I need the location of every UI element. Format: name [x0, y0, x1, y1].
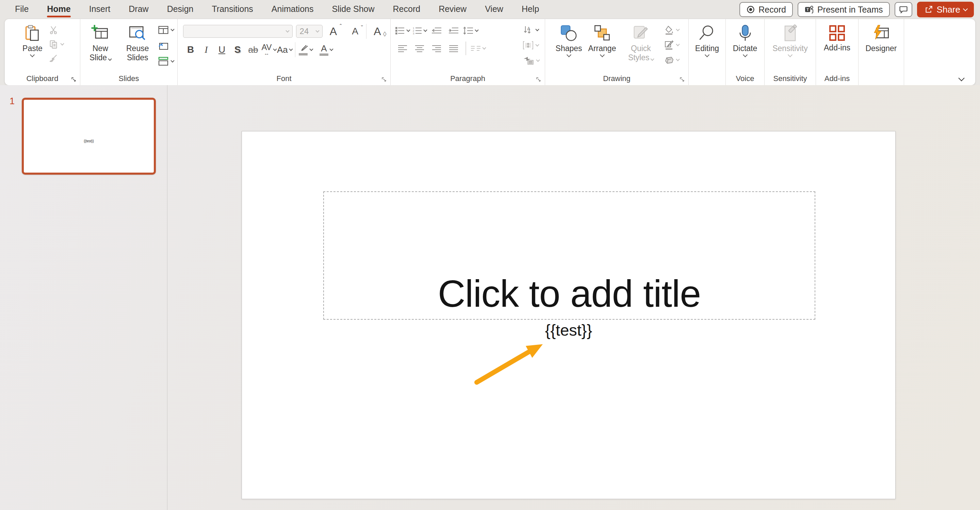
- shape-fill-chevron[interactable]: [676, 27, 680, 31]
- slide-layout-button[interactable]: [157, 24, 175, 36]
- editing-button[interactable]: Editing: [692, 23, 722, 73]
- smartart-chevron[interactable]: [536, 58, 540, 62]
- new-slide-chevron[interactable]: [108, 57, 111, 61]
- quick-styles-button[interactable]: Quick Styles: [619, 23, 662, 73]
- editing-chevron[interactable]: [705, 53, 710, 57]
- slide-thumbnail-1[interactable]: {{test}}: [22, 98, 156, 175]
- shape-outline-button[interactable]: [663, 39, 681, 51]
- font-name-combobox[interactable]: [183, 25, 293, 38]
- align-left-button[interactable]: [395, 41, 410, 55]
- align-text-button[interactable]: [522, 39, 541, 51]
- convert-to-smartart-button[interactable]: [522, 54, 541, 67]
- character-spacing-button[interactable]: AV ↔: [261, 43, 276, 57]
- columns-button[interactable]: [470, 41, 486, 55]
- shape-effects-button[interactable]: [663, 54, 681, 66]
- menu-help[interactable]: Help: [521, 3, 540, 17]
- menu-insert[interactable]: Insert: [89, 3, 111, 17]
- sensitivity-button[interactable]: Sensitivity: [770, 23, 811, 73]
- numbering-button[interactable]: 1 2 3: [412, 24, 427, 37]
- title-placeholder[interactable]: Click to add title: [323, 191, 815, 320]
- menu-animations[interactable]: Animations: [271, 3, 314, 17]
- line-spacing-chevron[interactable]: [475, 28, 479, 32]
- menu-slide-show[interactable]: Slide Show: [331, 3, 375, 17]
- copy-button[interactable]: [47, 38, 65, 50]
- arrange-chevron[interactable]: [600, 53, 605, 57]
- align-center-button[interactable]: [412, 41, 427, 55]
- change-case-chevron[interactable]: [289, 47, 293, 51]
- menu-file[interactable]: File: [14, 3, 29, 17]
- clear-formatting-button[interactable]: A ◊: [370, 24, 385, 38]
- format-painter-button[interactable]: [47, 53, 65, 65]
- present-in-teams-button[interactable]: T Present in Teams: [798, 2, 890, 17]
- paste-button[interactable]: Paste: [20, 23, 45, 73]
- addins-button[interactable]: Add-ins: [821, 23, 853, 73]
- shapes-chevron[interactable]: [566, 53, 571, 57]
- numbering-chevron[interactable]: [423, 28, 427, 32]
- italic-button[interactable]: I: [199, 43, 214, 57]
- designer-button[interactable]: Designer: [862, 23, 899, 73]
- shapes-button[interactable]: Shapes: [553, 23, 585, 73]
- font-dialog-launcher[interactable]: [382, 77, 387, 82]
- shrink-font-button[interactable]: A ˇ: [348, 24, 363, 38]
- cut-button[interactable]: [47, 24, 65, 36]
- menu-record[interactable]: Record: [392, 3, 421, 17]
- menu-design[interactable]: Design: [166, 3, 194, 17]
- collapse-ribbon-button[interactable]: [959, 76, 964, 82]
- reset-slide-button[interactable]: [157, 40, 175, 52]
- font-color-chevron[interactable]: [329, 47, 333, 51]
- bullets-button[interactable]: [395, 24, 410, 37]
- new-slide-button[interactable]: New Slide: [82, 23, 118, 73]
- menu-home[interactable]: Home: [46, 3, 71, 17]
- font-name-chevron: [285, 29, 289, 32]
- character-spacing-chevron[interactable]: [273, 47, 277, 51]
- slides-group: New Slide Reuse Slides: [80, 19, 178, 85]
- menu-review[interactable]: Review: [438, 3, 467, 17]
- sensitivity-icon: [782, 24, 798, 42]
- drawing-dialog-launcher[interactable]: [679, 77, 685, 82]
- reuse-slides-button[interactable]: Reuse Slides: [120, 23, 156, 73]
- line-spacing-button[interactable]: [463, 24, 479, 37]
- strikethrough-button[interactable]: ab: [246, 43, 261, 57]
- font-size-combobox[interactable]: 24: [296, 25, 323, 38]
- text-direction-button[interactable]: A: [522, 24, 541, 36]
- text-highlight-button[interactable]: [298, 43, 313, 57]
- bullets-chevron[interactable]: [406, 28, 410, 32]
- menu-transitions[interactable]: Transitions: [211, 3, 253, 17]
- record-button[interactable]: Record: [740, 2, 793, 17]
- dictate-chevron[interactable]: [743, 53, 747, 57]
- slide-1-canvas[interactable]: Click to add title {{test}}: [242, 131, 896, 499]
- increase-indent-button[interactable]: [446, 24, 461, 37]
- change-case-button[interactable]: Aa: [277, 43, 292, 57]
- menu-view[interactable]: View: [484, 3, 504, 17]
- decrease-indent-button[interactable]: [429, 24, 444, 37]
- text-shadow-button[interactable]: S: [230, 43, 245, 57]
- highlighter-icon: [299, 44, 308, 56]
- copy-dropdown-chevron[interactable]: [60, 41, 64, 45]
- layout-icon: [158, 26, 169, 34]
- arrange-button[interactable]: Arrange: [585, 23, 619, 73]
- dictate-button[interactable]: Dictate: [730, 23, 760, 73]
- columns-chevron[interactable]: [482, 46, 486, 49]
- underline-button[interactable]: U: [215, 43, 229, 57]
- section-chevron[interactable]: [170, 59, 174, 62]
- text-direction-chevron[interactable]: [535, 27, 539, 31]
- font-color-button[interactable]: A: [318, 43, 334, 57]
- paragraph-dialog-launcher[interactable]: [536, 77, 541, 82]
- shape-fill-button[interactable]: [663, 24, 681, 36]
- share-button[interactable]: Share: [917, 2, 974, 18]
- align-text-chevron[interactable]: [535, 43, 539, 46]
- layout-chevron[interactable]: [170, 27, 174, 31]
- shape-outline-chevron[interactable]: [676, 42, 680, 46]
- grow-font-button[interactable]: A ˆ: [326, 24, 341, 38]
- shape-effects-chevron[interactable]: [676, 57, 680, 61]
- template-variable-text[interactable]: {{test}}: [242, 321, 895, 339]
- align-right-button[interactable]: [429, 41, 444, 55]
- highlight-chevron[interactable]: [309, 47, 313, 51]
- justify-button[interactable]: [446, 41, 461, 55]
- comments-button[interactable]: [894, 2, 912, 17]
- clipboard-dialog-launcher[interactable]: [71, 77, 76, 82]
- paste-dropdown-chevron[interactable]: [30, 53, 35, 57]
- section-button[interactable]: [157, 55, 175, 67]
- menu-draw[interactable]: Draw: [128, 3, 149, 17]
- bold-button[interactable]: B: [183, 43, 198, 57]
